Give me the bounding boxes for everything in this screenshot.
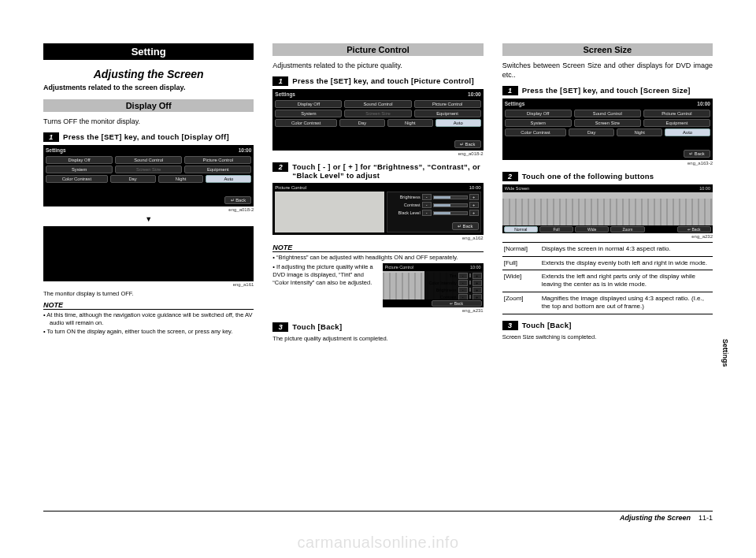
figure-monitor-off [43, 226, 254, 281]
fig-caption: eng_a232 [502, 234, 713, 239]
fig-caption: eng_a018-2 [272, 151, 483, 156]
page-footer: Adjusting the Screen 11-1 [43, 511, 713, 522]
column-2: Picture Control Adjustments related to t… [272, 43, 483, 343]
note-heading: NOTE [272, 244, 483, 252]
fig-caption: eng_a162 [272, 236, 483, 240]
step-num-1-icon: 1 [502, 86, 518, 95]
btn-equipment: Equipment [184, 166, 251, 173]
btn-back: ↵ Back [684, 150, 710, 158]
figure-wide-screen: Wide Screen10:00 Normal Full Wide Zoom ↵… [502, 184, 713, 233]
map-background [275, 192, 384, 232]
note-item: At this time, although the navigation vo… [43, 311, 254, 327]
step-1-text: Press the [SET] key, and touch [Screen S… [522, 86, 691, 95]
step-2: 2 Touch [ - ] or [ + ] for “Brightness”,… [272, 162, 483, 180]
screenshot-picture-control: Picture Control 10:00 Brightness-+ Contr… [272, 183, 483, 235]
footer-title: Adjusting the Screen [620, 514, 691, 522]
btn-auto: Auto [206, 175, 251, 183]
step-2-text: Touch one of the following buttons [522, 172, 654, 180]
screenshot-settings: Settings 10:00 Display Off Sound Control… [272, 89, 483, 151]
footer-page-number: 11-1 [699, 514, 713, 522]
btn-night: Night [158, 175, 204, 183]
triangle-down-icon: ▼ [43, 215, 254, 223]
fig-caption: eng_a163-2 [502, 161, 713, 166]
step-1: 1 Press the [SET] key, and touch [Displa… [43, 132, 254, 142]
screen-size-desc: Switches between Screen Size and other d… [502, 61, 713, 80]
step-num-1-icon: 1 [272, 76, 288, 86]
btn-screen-size: Screen Size [115, 166, 182, 173]
opt-full: Full [539, 226, 573, 232]
step-num-3-icon: 3 [502, 321, 518, 330]
step-1-text: Press the [SET] key, and touch [Display … [63, 132, 229, 141]
btn-sound-control: Sound Control [115, 156, 182, 164]
figure-settings-screen: Settings 10:00 Display Off Sound Control… [272, 89, 483, 151]
step-1: 1 Press the [SET] key, and touch [Pictur… [272, 76, 483, 86]
screenshot-wide-screen: Wide Screen10:00 Normal Full Wide Zoom ↵… [502, 184, 713, 233]
note-item: To turn ON the display again, either tou… [43, 328, 254, 336]
step-num-3-icon: 3 [272, 322, 288, 332]
btn-display-off: Display Off [46, 156, 113, 164]
label-color-contrast: Color Contrast [46, 175, 108, 183]
screen-size-options-table: [Normal]Displays the screen in normal 4:… [502, 242, 713, 314]
note-list: At this time, although the navigation vo… [43, 311, 254, 336]
picture-control-heading: Picture Control [272, 43, 483, 56]
setting-block-title: Setting [43, 43, 254, 60]
section-subtitle: Adjustments related to the screen displa… [43, 84, 254, 91]
table-row: [Zoom]Magnifies the image displayed usin… [502, 292, 713, 314]
display-off-heading: Display Off [43, 99, 254, 112]
content-columns: Setting Adjusting the Screen Adjustments… [43, 43, 713, 343]
screenshot-dvd-picture-control: Picture Control10:00 Tint-+ Color Intens… [383, 263, 484, 307]
monitor-off-caption: The monitor display is turned OFF. [43, 290, 254, 298]
step-3: 3 Touch [Back] [272, 322, 483, 332]
step-num-1-icon: 1 [43, 132, 59, 142]
btn-back: ↵ Back [224, 196, 251, 204]
screenshot-settings: Settings 10:00 Display Off Sound Control… [43, 145, 254, 206]
fig-caption: eng_a018-2 [43, 207, 254, 212]
table-row: [Full]Extends the display evenly both le… [502, 256, 713, 270]
step-1: 1 Press the [SET] key, and touch [Screen… [502, 86, 713, 95]
opt-wide: Wide [575, 226, 609, 232]
btn-picture-control: Picture Control [184, 156, 251, 164]
opt-normal: Normal [504, 226, 538, 232]
display-off-desc: Turns OFF the monitor display. [43, 117, 254, 126]
screen-size-heading: Screen Size [502, 43, 713, 56]
screenshot-settings: Settings 10:00 Display Off Sound Control… [502, 99, 713, 160]
btn-day: Day [110, 175, 156, 183]
step-3-result: Screen Size switching is completed. [502, 333, 713, 341]
fig-caption: eng_a161 [43, 282, 254, 287]
step-3-result: The picture quality adjustment is comple… [272, 335, 483, 343]
btn-back: ↵ Back [677, 226, 711, 232]
note-list: “Brightness” can be adjusted with headli… [272, 254, 483, 262]
note-with-inset: If adjusting the picture quality while a… [272, 263, 483, 316]
inset-figure: Picture Control10:00 Tint-+ Color Intens… [383, 263, 484, 316]
picture-control-desc: Adjustments related to the picture quali… [272, 61, 483, 70]
step-3-text: Touch [Back] [522, 321, 572, 329]
btn-back: ↵ Back [454, 140, 481, 148]
column-3: Screen Size Switches between Screen Size… [502, 43, 713, 343]
step-3-text: Touch [Back] [292, 322, 342, 331]
watermark: carmanualsonline.info [0, 534, 756, 552]
note-item: If adjusting the picture quality while a… [272, 263, 377, 287]
screen-title: Settings [46, 147, 66, 153]
side-tab-settings: Settings [721, 339, 729, 367]
btn-back: ↵ Back [432, 300, 482, 307]
note-heading: NOTE [43, 301, 254, 310]
fig-caption: eng_a231 [383, 308, 484, 313]
step-3: 3 Touch [Back] [502, 321, 713, 330]
step-num-2-icon: 2 [272, 162, 288, 172]
opt-zoom: Zoom [610, 226, 644, 232]
figure-settings-screen: Settings 10:00 Display Off Sound Control… [502, 99, 713, 160]
slider-panel: Brightness-+ Contrast-+ Black Level-+ ↵ … [387, 192, 481, 232]
step-2-text: Touch [ - ] or [ + ] for “Brightness”, “… [292, 162, 483, 180]
section-title: Adjusting the Screen [43, 68, 254, 80]
figure-settings-screen: Settings 10:00 Display Off Sound Control… [43, 145, 254, 206]
screen-time: 10:00 [239, 147, 252, 153]
step-2: 2 Touch one of the following buttons [502, 172, 713, 181]
note-item: “Brightness” can be adjusted with headli… [272, 254, 483, 262]
btn-system: System [46, 166, 113, 173]
table-row: [Wide]Extends the left and right parts o… [502, 270, 713, 292]
figure-picture-sliders: Picture Control 10:00 Brightness-+ Contr… [272, 183, 483, 235]
table-row: [Normal]Displays the screen in normal 4:… [502, 243, 713, 256]
column-1: Setting Adjusting the Screen Adjustments… [43, 43, 254, 343]
step-num-2-icon: 2 [502, 172, 518, 181]
step-1-text: Press the [SET] key, and touch [Picture … [292, 76, 474, 85]
